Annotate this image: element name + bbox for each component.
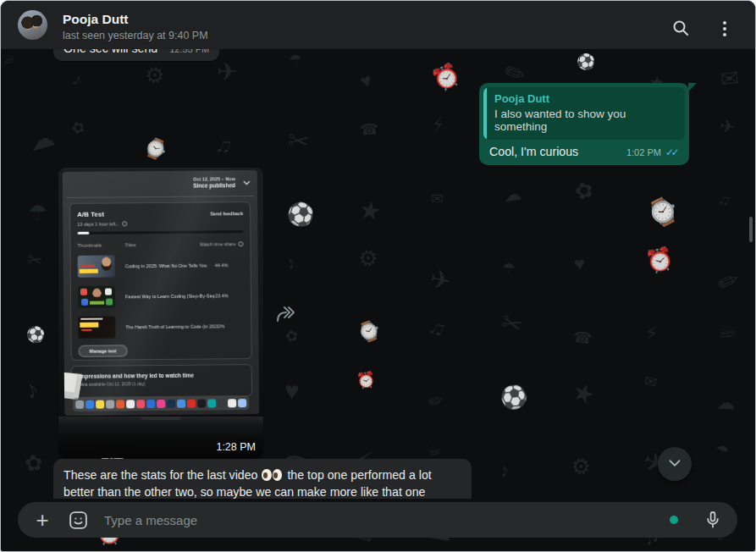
voice-message-button[interactable] bbox=[700, 507, 726, 533]
date-mode: Since published bbox=[193, 182, 235, 188]
video-title: Fastest Way to Learn Coding (Step-By-Ste… bbox=[125, 293, 215, 299]
quote-text: I also wanted to show you something bbox=[494, 108, 677, 133]
info-icon bbox=[238, 241, 243, 246]
quoted-message[interactable]: Pooja Dutt I also wanted to show you som… bbox=[483, 87, 685, 140]
impressions-card: Impressions and how they led to watch ti… bbox=[71, 364, 252, 398]
dock-app-icon bbox=[187, 400, 196, 408]
message-incoming[interactable]: One sec will send 12:55 PM bbox=[53, 49, 219, 61]
composer: + bbox=[18, 502, 737, 538]
dock-app-icon bbox=[218, 399, 226, 407]
video-thumbnail bbox=[78, 316, 115, 338]
col-titles: Titles bbox=[124, 242, 199, 248]
send-feedback-link: Send feedback bbox=[210, 211, 243, 216]
dock-app-icon bbox=[86, 400, 94, 409]
dock-app-icon bbox=[136, 400, 145, 408]
search-button[interactable] bbox=[668, 16, 693, 41]
message-input[interactable] bbox=[102, 512, 670, 528]
watch-time-share: 44.4% bbox=[215, 262, 244, 268]
time-left-text: 13 days 1 hour left... bbox=[77, 221, 119, 226]
forward-button[interactable] bbox=[273, 303, 297, 327]
chat-header: Pooja Dutt last seen yesterday at 9:40 P… bbox=[1, 1, 755, 49]
divider bbox=[66, 196, 254, 198]
dock-app-icon bbox=[75, 400, 84, 409]
video-thumbnail bbox=[78, 285, 115, 307]
chevron-down-icon bbox=[665, 454, 684, 472]
forward-icon bbox=[274, 304, 296, 324]
kebab-menu-icon bbox=[712, 21, 737, 36]
ab-test-card: A/B Test Send feedback 13 days 1 hour le… bbox=[69, 201, 252, 361]
attach-button[interactable]: + bbox=[30, 507, 55, 533]
plus-icon: + bbox=[36, 509, 48, 531]
message-text: One sec will send bbox=[63, 49, 157, 55]
image-message-row: Oct 12, 2025 – Now Since published A/B T… bbox=[58, 168, 263, 458]
col-thumbnails: Thumbnails bbox=[77, 242, 124, 247]
quote-body: Pooja Dutt I also wanted to show you som… bbox=[487, 87, 685, 140]
dock-app-icon bbox=[177, 400, 185, 408]
progress-fill bbox=[77, 232, 89, 235]
photo-laptop-scene: Oct 12, 2025 – Now Since published A/B T… bbox=[58, 168, 263, 458]
whatsapp-window: Pooja Dutt last seen yesterday at 9:40 P… bbox=[0, 0, 756, 552]
status-dot bbox=[670, 516, 678, 524]
dock-app-icon bbox=[238, 399, 246, 407]
manage-test-button: Manage test bbox=[79, 345, 128, 357]
microphone-icon bbox=[703, 510, 723, 530]
light-reflection bbox=[63, 373, 83, 400]
dock-app-icon bbox=[96, 400, 104, 409]
contact-name[interactable]: Pooja Dutt bbox=[63, 12, 129, 27]
eyes-emoji bbox=[262, 469, 283, 481]
laptop-screen: Oct 12, 2025 – Now Since published A/B T… bbox=[63, 170, 260, 416]
scroll-to-bottom-button[interactable] bbox=[658, 447, 692, 481]
test-progress-bar bbox=[77, 230, 243, 235]
message-incoming[interactable]: These are the stats for the last video t… bbox=[53, 459, 472, 499]
dock-app-icon bbox=[157, 400, 165, 408]
dock-app-icon bbox=[197, 400, 206, 408]
card-header: A/B Test Send feedback bbox=[77, 209, 243, 218]
card-title: A/B Test bbox=[77, 211, 104, 218]
table-row: Fastest Way to Learn Coding (Step-By-Ste… bbox=[78, 284, 244, 309]
message-image[interactable]: Oct 12, 2025 – Now Since published A/B T… bbox=[58, 168, 263, 458]
macos-dock bbox=[73, 396, 249, 411]
info-icon bbox=[122, 221, 127, 226]
message-list: One sec will send 12:55 PM Pooja Dutt I … bbox=[1, 49, 755, 499]
message-time: 12:55 PM bbox=[169, 49, 209, 54]
col-watch-time-label: Watch time share bbox=[200, 241, 236, 246]
date-filter: Oct 12, 2025 – Now Since published bbox=[193, 176, 235, 188]
impressions-subtitle: Data available Oct 12, 2025 (1 day) bbox=[79, 380, 245, 387]
message-meta: 1:02 PM✓✓ bbox=[626, 145, 680, 158]
message-text: Cool, I'm curious bbox=[489, 145, 615, 158]
message-time: 1:28 PM bbox=[216, 441, 256, 453]
message-time: 1:02 PM bbox=[626, 147, 661, 157]
sticker-smiley-icon bbox=[68, 510, 89, 531]
message-outgoing[interactable]: Pooja Dutt I also wanted to show you som… bbox=[479, 83, 689, 165]
table-header: Thumbnails Titles Watch time share bbox=[77, 241, 243, 248]
chat-area: ☕♪⚙✈☂♥⏰✏⚽★✉☁✿⌚♫✂☎⚡☕♪⚙✈☂♥⏰✏⚽★✉☁✿⌚♫✂☎⚡☕♪⚙✈… bbox=[1, 49, 755, 551]
scrollbar[interactable] bbox=[749, 217, 753, 242]
video-thumbnail bbox=[78, 255, 115, 277]
chevron-down-icon bbox=[243, 180, 251, 185]
contact-avatar[interactable] bbox=[18, 10, 47, 40]
table-row: The Harsh Truth of Learning to Code (in … bbox=[78, 314, 244, 339]
dock-app-icon bbox=[207, 399, 216, 407]
message-text: These are the stats for the last video t… bbox=[63, 468, 432, 499]
quote-author: Pooja Dutt bbox=[494, 92, 677, 105]
sticker-button[interactable] bbox=[65, 507, 91, 533]
message-text-part1: These are the stats for the last video bbox=[63, 468, 261, 482]
message-body: Cool, I'm curious 1:02 PM✓✓ bbox=[483, 140, 685, 161]
watch-time-share: 32% bbox=[215, 323, 244, 328]
menu-button[interactable] bbox=[712, 16, 737, 41]
date-range: Oct 12, 2025 – Now bbox=[193, 176, 235, 181]
dock-app-icon bbox=[167, 400, 175, 408]
dock-app-icon bbox=[106, 400, 114, 408]
read-receipt-icon: ✓✓ bbox=[665, 146, 680, 158]
dock-app-icon bbox=[146, 400, 155, 408]
dock-app-icon bbox=[126, 400, 135, 408]
bubble-tail bbox=[688, 83, 697, 91]
dock-app-icon bbox=[116, 400, 124, 408]
impressions-title: Impressions and how they led to watch ti… bbox=[79, 372, 245, 379]
video-title: The Harsh Truth of Learning to Code (in … bbox=[125, 323, 215, 329]
table-row: Coding in 2025: What No One Tells You 44… bbox=[78, 253, 244, 279]
laptop-base bbox=[58, 417, 263, 439]
dock-app-icon bbox=[228, 399, 236, 407]
col-watch-time: Watch time share bbox=[200, 241, 244, 246]
watch-time-share: 23.4% bbox=[215, 293, 244, 298]
